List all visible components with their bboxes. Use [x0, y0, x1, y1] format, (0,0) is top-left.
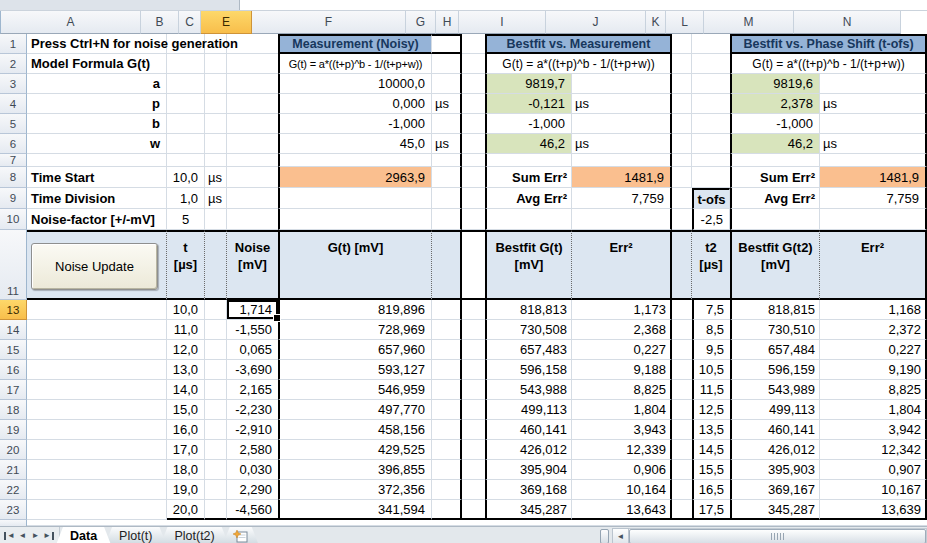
row-header-6[interactable]: 6 — [0, 134, 27, 154]
cell-L20[interactable]: 14,5 — [692, 440, 730, 460]
cell-N20[interactable]: 12,342 — [820, 440, 927, 460]
cell-M6[interactable]: 46,2 — [730, 134, 820, 154]
cell-F5[interactable]: -1,000 — [278, 114, 432, 134]
cell-A1[interactable]: Press Ctrl+N for noise generation — [27, 34, 167, 54]
cell-C15[interactable] — [205, 340, 227, 360]
cell-G11[interactable] — [432, 230, 462, 300]
cell-B9[interactable]: 1,0 — [167, 188, 205, 209]
name-box-sliver[interactable] — [0, 0, 240, 10]
cell-N13[interactable]: 1,168 — [820, 300, 927, 320]
cell-B8[interactable]: 10,0 — [167, 167, 205, 188]
cell-N9-avg-err[interactable]: 7,759 — [820, 188, 927, 209]
cell-C6[interactable] — [205, 134, 227, 154]
cell-E14[interactable]: -1,550 — [227, 320, 278, 340]
column-header-H[interactable]: H — [436, 11, 459, 34]
cell-C5[interactable] — [205, 114, 227, 134]
cell-C14[interactable] — [205, 320, 227, 340]
cell-K21[interactable] — [672, 460, 692, 480]
cell-M9-avg-label[interactable]: Avg Err² — [730, 188, 820, 209]
cell-L21[interactable]: 15,5 — [692, 460, 730, 480]
cell-L1[interactable] — [692, 34, 730, 54]
cell-K7[interactable] — [672, 154, 692, 167]
row-header-3[interactable]: 3 — [0, 74, 27, 94]
cell-F19[interactable]: 458,156 — [278, 420, 432, 440]
cell-K14[interactable] — [672, 320, 692, 340]
next-sheet-button[interactable]: ► — [29, 529, 42, 543]
cell-C21[interactable] — [205, 460, 227, 480]
cell-J8-sum-err[interactable]: 1481,9 — [572, 167, 672, 188]
cell-K1[interactable] — [672, 34, 692, 54]
cell-L14[interactable]: 8,5 — [692, 320, 730, 340]
row-header-2[interactable]: 2 — [0, 54, 27, 74]
cell-F22[interactable]: 372,356 — [278, 480, 432, 500]
cell-E10[interactable] — [227, 209, 278, 230]
cell-F23[interactable]: 341,594 — [278, 500, 432, 520]
cell-A10[interactable]: Noise-factor [+/-mV] — [27, 209, 167, 230]
cell-M7[interactable] — [730, 154, 820, 167]
cell-M16[interactable]: 596,159 — [730, 360, 820, 380]
cell-B20[interactable]: 17,0 — [167, 440, 205, 460]
cell-L22[interactable]: 16,5 — [692, 480, 730, 500]
cell-C9[interactable]: µs — [205, 188, 227, 209]
cell-I1-bestfit-title[interactable]: Bestfit vs. Measurement — [485, 34, 672, 54]
cell-K20[interactable] — [672, 440, 692, 460]
cell-C17[interactable] — [205, 380, 227, 400]
cell-M11-header-bestfit2[interactable]: Bestfit G(t2) [mV] — [730, 230, 820, 300]
cell-G6[interactable]: µs — [432, 134, 462, 154]
cell-F14[interactable]: 728,969 — [278, 320, 432, 340]
cell-C19[interactable] — [205, 420, 227, 440]
cell-M2-formula[interactable]: G(t) = a*((t+p)^b - 1/(t+p+w)) — [730, 54, 927, 74]
insert-worksheet-button[interactable] — [223, 527, 259, 543]
row-header-1[interactable]: 1 — [0, 34, 27, 54]
cell-A3[interactable]: a — [27, 74, 167, 94]
cell-I4[interactable]: -0,121 — [485, 94, 572, 114]
cell-G1[interactable] — [432, 34, 462, 54]
cell-E20[interactable]: 2,580 — [227, 440, 278, 460]
row-header-22[interactable]: 22 — [0, 480, 27, 500]
cell-H6[interactable] — [462, 134, 485, 154]
cell-I10[interactable] — [485, 209, 572, 230]
cell-I22[interactable]: 369,168 — [485, 480, 572, 500]
cell-A14[interactable] — [27, 320, 167, 340]
cell-N4[interactable]: µs — [820, 94, 927, 114]
cell-N16[interactable]: 9,190 — [820, 360, 927, 380]
cell-G3[interactable] — [432, 74, 462, 94]
first-sheet-button[interactable]: ◄ — [3, 529, 16, 543]
cell-G14[interactable] — [432, 320, 462, 340]
cell-I13[interactable]: 818,813 — [485, 300, 572, 320]
cell-C8[interactable]: µs — [205, 167, 227, 188]
previous-sheet-button[interactable]: ◄ — [16, 529, 29, 543]
row-header-4[interactable]: 4 — [0, 94, 27, 114]
cell-M3[interactable]: 9819,6 — [730, 74, 820, 94]
cell-F6[interactable]: 45,0 — [278, 134, 432, 154]
cell-B22[interactable]: 19,0 — [167, 480, 205, 500]
cell-B10[interactable]: 5 — [167, 209, 205, 230]
cell-C13[interactable] — [205, 300, 227, 320]
cell-H1[interactable] — [462, 34, 485, 54]
cell-A5[interactable]: b — [27, 114, 167, 134]
cell-J22[interactable]: 10,164 — [572, 480, 672, 500]
cell-K11[interactable] — [672, 230, 692, 300]
cell-A17[interactable] — [27, 380, 167, 400]
cell-I21[interactable]: 395,904 — [485, 460, 572, 480]
cell-N11-header-err2[interactable]: Err² — [820, 230, 927, 300]
cell-N7[interactable] — [820, 154, 927, 167]
cell-K10[interactable] — [672, 209, 692, 230]
cell-M8-sum-label[interactable]: Sum Err² — [730, 167, 820, 188]
cell-L23[interactable]: 17,5 — [692, 500, 730, 520]
column-header-I[interactable]: I — [459, 11, 546, 34]
cell-M14[interactable]: 730,510 — [730, 320, 820, 340]
cell-J9-avg-err[interactable]: 7,759 — [572, 188, 672, 209]
cell-A20[interactable] — [27, 440, 167, 460]
cell-F9[interactable] — [278, 188, 432, 209]
noise-update-button[interactable]: Noise Update — [31, 243, 158, 290]
cell-I15[interactable]: 657,483 — [485, 340, 572, 360]
cell-H13[interactable] — [462, 300, 485, 320]
cell-N14[interactable]: 2,372 — [820, 320, 927, 340]
cell-C3[interactable] — [205, 74, 227, 94]
row-header-21[interactable]: 21 — [0, 460, 27, 480]
cell-G10[interactable] — [432, 209, 462, 230]
cell-F13[interactable]: 819,896 — [278, 300, 432, 320]
cell-H21[interactable] — [462, 460, 485, 480]
cell-B15[interactable]: 12,0 — [167, 340, 205, 360]
